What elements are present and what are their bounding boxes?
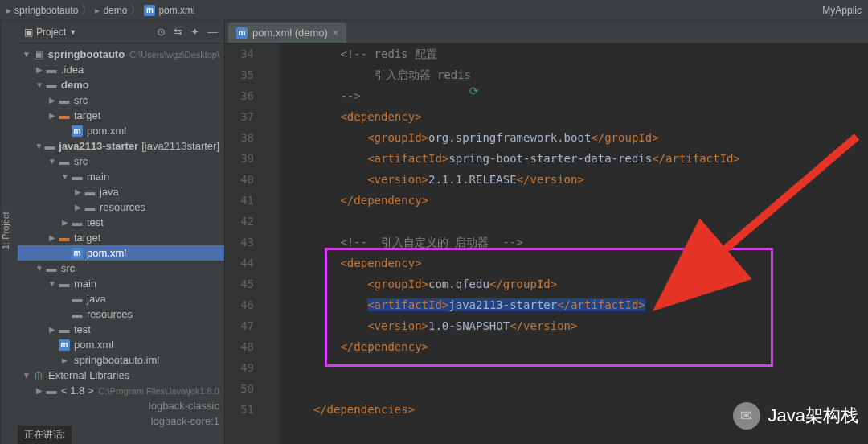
tree-demo-pom[interactable]: m pom.xml (18, 123, 224, 138)
tree-external[interactable]: ▼⫛ External Libraries (18, 368, 224, 383)
tree-starter-src[interactable]: ▼▬ src (18, 154, 224, 169)
tree-root-main[interactable]: ▼▬ main (18, 276, 224, 291)
tree-starter-pom[interactable]: m pom.xml (18, 245, 224, 261)
breadcrumb-bar: ▸ springbootauto 〉 ▸ demo 〉 m pom.xml My… (0, 0, 868, 21)
project-icon: ▣ (24, 27, 33, 38)
dropdown-icon: ▼ (69, 28, 76, 36)
tree-root-src[interactable]: ▼▬ src (18, 261, 224, 276)
wechat-icon: ✉ (733, 402, 760, 430)
tree-starter-java[interactable]: ▶▬ java (18, 184, 224, 199)
tree-lib1[interactable]: logback-classic (18, 398, 224, 413)
close-icon[interactable]: × (333, 27, 338, 39)
reload-icon[interactable]: ⟳ (469, 84, 479, 97)
code-editor[interactable]: 343536373839404142434445464748495051 <!-… (225, 43, 868, 444)
tree-starter-test[interactable]: ▶▬ test (18, 215, 224, 230)
breadcrumb-item-root[interactable]: ▸ springbootauto (6, 5, 78, 16)
breadcrumb-item-module[interactable]: ▸ demo (95, 5, 127, 16)
tree-root-test[interactable]: ▶▬ test (18, 322, 224, 337)
maven-icon: m (236, 27, 248, 39)
editor-tabs: m pom.xml (demo) × (225, 21, 868, 43)
hide-icon[interactable]: — (207, 26, 218, 38)
project-tree[interactable]: ▼▣ springbootauto C:\Users\wgz\Desktop\ … (18, 43, 224, 444)
tree-demo[interactable]: ▼▬ demo (18, 77, 224, 92)
tree-jdk[interactable]: ▶▬ < 1.8 > C:\Program Files\Java\jdk1.8.… (18, 383, 224, 398)
chevron-right-icon: 〉 (81, 3, 92, 18)
chevron-right-icon: 〉 (130, 3, 141, 18)
maven-icon: m (144, 5, 155, 16)
maven-icon: m (72, 125, 83, 137)
run-config-selector[interactable]: MyApplic (822, 5, 862, 16)
tree-root[interactable]: ▼▣ springbootauto C:\Users\wgz\Desktop\ (18, 47, 224, 62)
folder-icon: ▸ (6, 5, 11, 16)
tree-root-resources[interactable]: ▬ resources (18, 306, 224, 322)
breadcrumb-item-file[interactable]: m pom.xml (144, 5, 194, 16)
tree-demo-target[interactable]: ▶▬ target (18, 108, 224, 123)
tree-starter-resources[interactable]: ▶▬ resources (18, 199, 224, 215)
panel-title[interactable]: ▣ Project ▼ (24, 27, 76, 38)
collapse-icon[interactable]: ⇆ (174, 26, 182, 38)
tree-iml[interactable]: ▸ springbootauto.iml (18, 352, 224, 368)
tree-idea[interactable]: ▶▬ .idea (18, 62, 224, 77)
status-speaking: 正在讲话: (18, 426, 72, 444)
tree-demo-src[interactable]: ▶▬ src (18, 92, 224, 108)
maven-icon: m (72, 248, 83, 259)
tab-pom-demo[interactable]: m pom.xml (demo) × (228, 23, 346, 43)
tree-starter[interactable]: ▼▬ java2113-starter [java2113starter] (18, 138, 224, 154)
gear-icon[interactable]: ✦ (190, 26, 199, 38)
folder-icon: ▸ (95, 5, 100, 16)
watermark: ✉ Java架构栈 (733, 402, 858, 430)
tree-starter-main[interactable]: ▼▬ main (18, 169, 224, 184)
tree-starter-target[interactable]: ▶▬ target (18, 230, 224, 245)
project-tool-window: ▣ Project ▼ ⊙ ⇆ ✦ — ▼▣ springbootauto C:… (18, 21, 225, 444)
tree-root-pom[interactable]: m pom.xml (18, 337, 224, 352)
maven-icon: m (59, 339, 70, 351)
side-tab-project[interactable]: 1: Project (0, 21, 18, 444)
locate-icon[interactable]: ⊙ (157, 26, 166, 38)
tree-root-java[interactable]: ▬ java (18, 291, 224, 306)
